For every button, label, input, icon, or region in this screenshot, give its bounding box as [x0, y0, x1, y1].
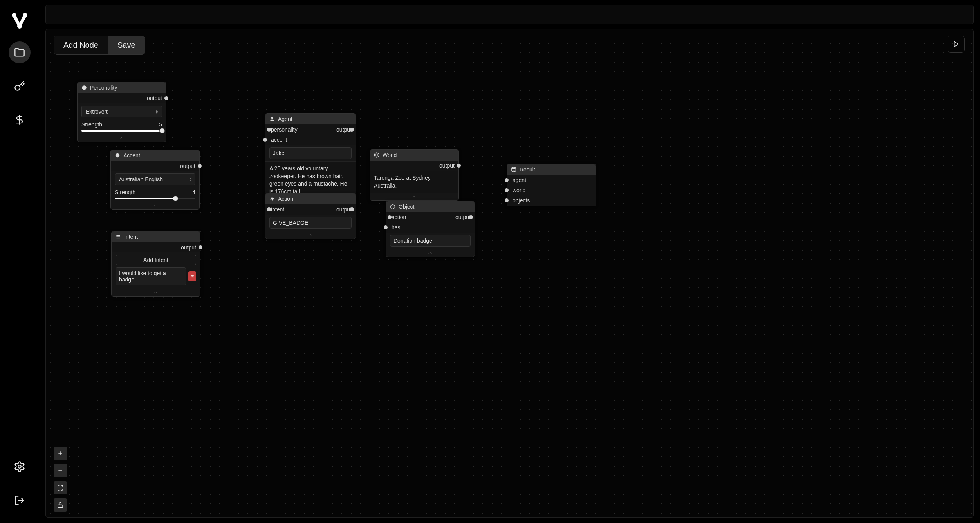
add-intent-button[interactable]: Add Intent	[116, 255, 196, 265]
globe-icon	[374, 152, 379, 158]
sidebar	[0, 0, 39, 523]
port-output[interactable]: output	[112, 242, 200, 252]
node-intent[interactable]: Intent output Add Intent I would like to…	[111, 231, 200, 297]
strength-label: Strength	[81, 121, 102, 128]
port-dot-out[interactable]	[164, 96, 168, 100]
collapse-toggle[interactable]: ︿	[111, 202, 199, 209]
lock-button[interactable]	[54, 498, 67, 512]
svg-marker-7	[954, 41, 958, 47]
node-result[interactable]: Result agent world objects	[507, 164, 596, 206]
accent-strength-slider[interactable]	[115, 198, 195, 199]
zoom-in-button[interactable]	[54, 447, 67, 460]
port-personality[interactable]: personality	[269, 126, 298, 133]
node-header[interactable]: Object	[386, 201, 475, 212]
port-label: agent	[513, 177, 526, 183]
port-row-top: personality output	[265, 124, 356, 135]
logout-icon	[14, 495, 25, 506]
node-accent[interactable]: Accent output Australian English ▴▾ Stre…	[110, 150, 200, 210]
port-dot-out[interactable]	[198, 164, 202, 168]
key-icon	[14, 81, 25, 92]
sidebar-item-settings[interactable]	[9, 456, 31, 478]
port-output[interactable]: output	[78, 93, 166, 103]
port-agent[interactable]: agent	[507, 175, 596, 185]
folder-icon	[14, 47, 25, 58]
node-header[interactable]: Result	[507, 164, 596, 175]
canvas-controls	[54, 447, 67, 512]
sidebar-item-folder[interactable]	[9, 41, 31, 63]
canvas[interactable]: Add Node Save Personal	[45, 29, 974, 518]
personality-icon	[81, 85, 87, 90]
sidebar-item-billing[interactable]	[9, 109, 31, 131]
node-title: Result	[520, 166, 535, 173]
world-description[interactable]: Taronga Zoo at Sydney, Australia.	[370, 171, 458, 193]
collapse-toggle[interactable]: ︿	[386, 249, 475, 257]
slider-thumb[interactable]	[173, 196, 178, 201]
port-label: intent	[271, 206, 284, 213]
node-title: Personality	[90, 85, 117, 91]
port-dot-out[interactable]	[457, 164, 461, 168]
fit-view-button[interactable]	[54, 481, 67, 494]
svg-point-12	[82, 85, 87, 90]
minus-icon	[57, 467, 63, 474]
svg-marker-17	[270, 197, 274, 201]
app-logo	[11, 12, 29, 30]
port-output[interactable]: output	[111, 161, 199, 171]
action-value-input[interactable]: GIVE_BADGE	[269, 217, 352, 229]
node-personality[interactable]: Personality output Extrovert ▴▾ Strength…	[77, 82, 166, 142]
collapse-toggle[interactable]: ︿	[78, 134, 166, 142]
intent-item-input[interactable]: I would like to get a badge	[116, 267, 186, 285]
collapse-toggle[interactable]: ︿	[265, 231, 356, 239]
chevron-updown-icon: ▴▾	[156, 109, 158, 114]
node-header[interactable]: Personality	[78, 82, 166, 93]
port-output[interactable]: output	[455, 214, 471, 220]
add-node-button[interactable]: Add Node	[54, 36, 108, 54]
port-intent[interactable]: intent	[269, 206, 284, 213]
node-object[interactable]: Object action output has Donation badge …	[386, 201, 475, 257]
canvas-toolbar: Add Node Save	[54, 36, 145, 55]
port-label: output	[336, 126, 352, 133]
sidebar-bottom	[9, 456, 31, 511]
delete-intent-button[interactable]	[188, 271, 196, 281]
node-header[interactable]: World	[370, 150, 458, 161]
port-output[interactable]: output	[336, 206, 352, 213]
sidebar-item-key[interactable]	[9, 75, 31, 97]
agent-name-input[interactable]: Jake	[269, 147, 352, 159]
run-button[interactable]	[948, 36, 965, 53]
port-accent[interactable]: accent	[265, 135, 356, 145]
node-action[interactable]: Action intent output GIVE_BADGE ︿	[265, 193, 356, 239]
port-output[interactable]: output	[336, 126, 352, 133]
collapse-toggle[interactable]: ︿	[112, 289, 200, 296]
save-button[interactable]: Save	[108, 36, 145, 54]
port-label: output	[455, 214, 471, 220]
node-title: Intent	[124, 234, 138, 240]
chevron-updown-icon: ▴▾	[189, 177, 191, 182]
node-header[interactable]: Action	[265, 193, 356, 204]
port-dot-out[interactable]	[199, 245, 202, 249]
port-label: accent	[271, 137, 287, 143]
node-header[interactable]: Accent	[111, 150, 199, 161]
port-label: has	[392, 224, 401, 231]
node-header[interactable]: Agent	[265, 114, 356, 124]
node-title: Agent	[278, 116, 292, 122]
port-label: action	[392, 214, 406, 220]
slider-thumb[interactable]	[159, 128, 165, 133]
strength-label: Strength	[115, 189, 135, 195]
port-has[interactable]: has	[386, 222, 475, 233]
strength-value: 4	[192, 189, 195, 195]
personality-strength-slider[interactable]	[81, 130, 162, 132]
port-objects[interactable]: objects	[507, 195, 596, 206]
zoom-out-button[interactable]	[54, 464, 67, 477]
user-icon	[269, 116, 275, 122]
object-value-input[interactable]: Donation badge	[390, 235, 471, 247]
sidebar-item-logout[interactable]	[9, 489, 31, 511]
collapse-toggle[interactable]: ︿	[370, 193, 458, 200]
port-label: personality	[271, 126, 298, 133]
personality-select[interactable]: Extrovert ▴▾	[81, 106, 162, 117]
node-world[interactable]: World output Taronga Zoo at Sydney, Aust…	[370, 149, 459, 201]
node-header[interactable]: Intent	[112, 231, 200, 242]
port-world[interactable]: world	[507, 185, 596, 195]
accent-select[interactable]: Australian English ▴▾	[115, 173, 195, 185]
port-output[interactable]: output	[370, 161, 458, 171]
port-action[interactable]: action	[390, 214, 406, 220]
port-label: output	[147, 95, 162, 101]
